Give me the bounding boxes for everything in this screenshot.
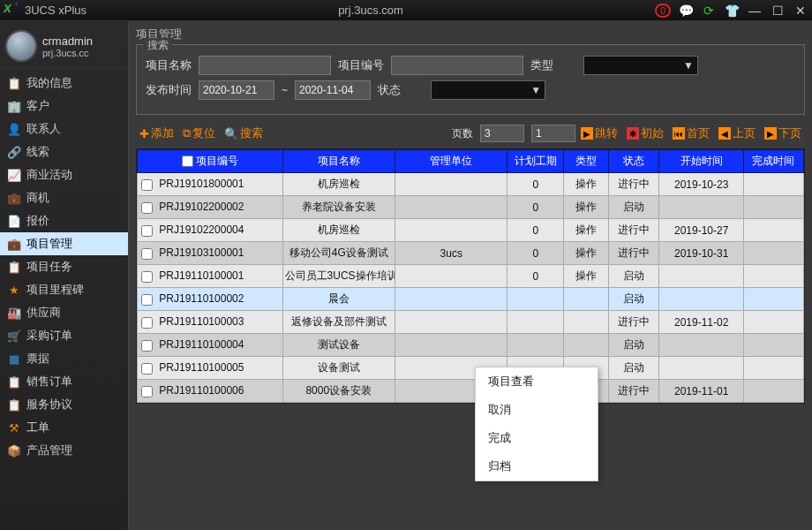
cell: PRJ19110100003 xyxy=(138,311,283,334)
sidebar-item-5[interactable]: 💼商机 xyxy=(0,186,128,209)
table-row[interactable]: PRJ19110100003返修设备及部件测试进行中2019-11-02 xyxy=(138,311,804,334)
row-checkbox[interactable] xyxy=(141,294,153,306)
user-block[interactable]: crmadmin prj.3ucs.cc xyxy=(0,25,128,68)
notification-badge[interactable]: 0 xyxy=(655,4,671,18)
maximize-button[interactable]: ☐ xyxy=(770,3,786,19)
sidebar-item-14[interactable]: 📋服务协议 xyxy=(0,393,128,416)
cell: 0 xyxy=(508,196,564,219)
sidebar-item-8[interactable]: 📋项目任务 xyxy=(0,255,128,278)
cell: 0 xyxy=(508,265,564,288)
date-from-input[interactable] xyxy=(199,80,274,100)
cell: 2019-11-02 xyxy=(659,311,744,334)
col-header-5[interactable]: 状态 xyxy=(609,150,659,173)
next-page-button[interactable]: ▶下页 xyxy=(761,125,805,141)
project-table: 项目编号项目名称管理单位计划工期类型状态开始时间完成时间 PRJ19101800… xyxy=(136,148,805,404)
table-row[interactable]: PRJ19110100001公司员工3UCS操作培训0操作启动 xyxy=(138,265,804,288)
sidebar-item-13[interactable]: 📋销售订单 xyxy=(0,370,128,393)
sidebar-item-3[interactable]: 🔗线索 xyxy=(0,140,128,163)
table-row[interactable]: PRJ19110100005设备测试启动 xyxy=(138,357,804,380)
sidebar-item-0[interactable]: 📋我的信息 xyxy=(0,72,128,95)
cell: 启动 xyxy=(609,196,659,219)
minimize-button[interactable]: — xyxy=(747,3,763,19)
row-checkbox[interactable] xyxy=(141,317,153,329)
sidebar-item-16[interactable]: 📦产品管理 xyxy=(0,439,128,462)
col-header-7[interactable]: 完成时间 xyxy=(743,150,803,173)
date-to-input[interactable] xyxy=(295,80,371,100)
cell: 3ucs xyxy=(395,242,508,265)
sidebar-item-12[interactable]: ▦票据 xyxy=(0,347,128,370)
sidebar-item-label: 项目管理 xyxy=(26,236,72,252)
menu-icon: ★ xyxy=(7,283,21,297)
col-header-2[interactable]: 管理单位 xyxy=(395,150,508,173)
row-checkbox[interactable] xyxy=(141,340,153,352)
table-row[interactable]: PRJ19110100002晨会启动 xyxy=(138,288,804,311)
table-row[interactable]: PRJ19102200002养老院设备安装0操作启动 xyxy=(138,196,804,219)
sidebar-item-15[interactable]: ⚒工单 xyxy=(0,416,128,439)
context-menu-item-0[interactable]: 项目查看 xyxy=(476,367,598,396)
cell xyxy=(743,196,803,219)
cell xyxy=(508,334,564,357)
sidebar-item-6[interactable]: 📄报价 xyxy=(0,209,128,232)
label-project-name: 项目名称 xyxy=(146,57,192,73)
project-name-input[interactable] xyxy=(199,56,331,75)
reset-button[interactable]: ⧉复位 xyxy=(179,124,219,143)
table-row[interactable]: PRJ19110100004测试设备启动 xyxy=(138,334,804,357)
cell: 进行中 xyxy=(609,242,659,265)
add-button[interactable]: ✚添加 xyxy=(136,124,177,143)
sidebar-item-label: 联系人 xyxy=(26,121,61,137)
table-row[interactable]: PRJ191101000068000设备安装0操作进行中2019-11-01 xyxy=(138,380,804,403)
project-code-input[interactable] xyxy=(391,56,523,75)
titlebar-url: prj.3ucs.com xyxy=(86,4,655,17)
cell xyxy=(564,288,609,311)
sidebar-item-label: 客户 xyxy=(26,98,49,114)
page-current-input[interactable] xyxy=(531,125,575,142)
table-row[interactable]: PRJ19103100001移动公司4G设备测试3ucs0操作进行中2019-1… xyxy=(138,242,804,265)
col-header-0[interactable]: 项目编号 xyxy=(138,150,283,173)
jump-button[interactable]: ▶跳转 xyxy=(577,125,621,141)
sidebar: crmadmin prj.3ucs.cc 📋我的信息🏢客户👤联系人🔗线索📈商业活… xyxy=(0,21,129,530)
pages-label: 页数 xyxy=(452,126,473,141)
col-header-6[interactable]: 开始时间 xyxy=(659,150,744,173)
table-row[interactable]: PRJ19101800001机房巡检0操作进行中2019-10-23 xyxy=(138,173,804,196)
search-button[interactable]: 🔍搜索 xyxy=(221,124,267,143)
sidebar-item-label: 服务协议 xyxy=(26,397,72,413)
sidebar-item-2[interactable]: 👤联系人 xyxy=(0,117,128,140)
row-checkbox[interactable] xyxy=(141,179,153,191)
row-checkbox[interactable] xyxy=(141,271,153,283)
prev-page-button[interactable]: ◀上页 xyxy=(715,125,759,141)
sidebar-item-9[interactable]: ★项目里程碑 xyxy=(0,278,128,301)
menu-icon: 📋 xyxy=(7,398,21,412)
shirt-icon[interactable]: 👕 xyxy=(724,3,740,19)
label-pub-time: 发布时间 xyxy=(146,82,192,98)
sidebar-item-7[interactable]: 💼项目管理 xyxy=(0,232,128,255)
row-checkbox[interactable] xyxy=(141,363,153,375)
row-checkbox[interactable] xyxy=(141,248,153,260)
init-button[interactable]: ✱初始 xyxy=(623,125,667,141)
cell xyxy=(564,311,609,334)
sidebar-item-10[interactable]: 🏭供应商 xyxy=(0,301,128,324)
context-menu-item-1[interactable]: 取消 xyxy=(476,396,598,424)
close-button[interactable]: ✕ xyxy=(793,3,808,19)
sync-icon[interactable]: ⟳ xyxy=(701,3,717,19)
row-checkbox[interactable] xyxy=(141,202,153,214)
chat-icon[interactable]: 💬 xyxy=(678,3,694,19)
sidebar-item-11[interactable]: 🛒采购订单 xyxy=(0,324,128,347)
cell: 2019-10-27 xyxy=(659,219,744,242)
col-header-4[interactable]: 类型 xyxy=(564,150,609,173)
type-select[interactable]: ▼ xyxy=(583,56,698,75)
sidebar-item-4[interactable]: 📈商业活动 xyxy=(0,163,128,186)
context-menu-item-2[interactable]: 完成 xyxy=(476,424,598,452)
col-header-3[interactable]: 计划工期 xyxy=(508,150,564,173)
chevron-down-icon: ▼ xyxy=(530,84,541,96)
context-menu-item-3[interactable]: 归档 xyxy=(476,452,598,481)
status-select[interactable]: ▼ xyxy=(431,80,545,100)
first-page-button[interactable]: ⏮首页 xyxy=(669,125,713,141)
pages-total-input[interactable] xyxy=(480,125,524,142)
table-row[interactable]: PRJ19102200004机房巡检0操作进行中2019-10-27 xyxy=(138,219,804,242)
sidebar-item-1[interactable]: 🏢客户 xyxy=(0,95,128,117)
cell xyxy=(743,380,803,403)
col-header-1[interactable]: 项目名称 xyxy=(282,150,395,173)
row-checkbox[interactable] xyxy=(141,386,153,398)
select-all-checkbox[interactable] xyxy=(182,155,193,167)
row-checkbox[interactable] xyxy=(141,225,153,237)
